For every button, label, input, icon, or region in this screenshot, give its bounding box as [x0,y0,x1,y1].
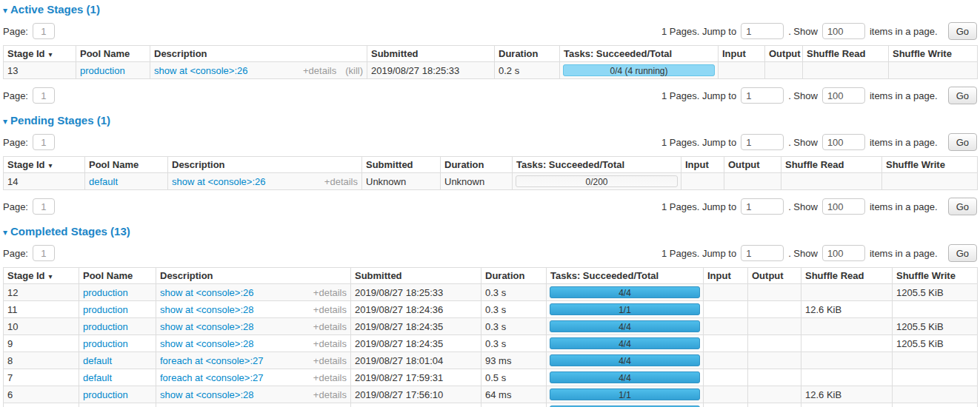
col-header-shuffle-write[interactable]: Shuffle Write [882,157,978,173]
submitted-cell: 2019/08/27 17:56:10 [351,386,481,403]
pool-name-link[interactable]: default [83,372,112,383]
description-link[interactable]: foreach at <console>:27 [160,372,304,383]
pool-name-link[interactable]: production [83,321,128,332]
active-stages-section: ▾Active Stages (1) Page: 1 Pages. Jump t… [3,3,977,104]
details-toggle[interactable]: +details [313,321,347,332]
page-number-input[interactable] [33,198,55,215]
col-header-shuffle-write[interactable]: Shuffle Write [889,46,978,62]
shuffle-write-cell [882,173,978,190]
details-toggle[interactable]: +details [313,338,347,349]
col-header-duration[interactable]: Duration [481,268,547,284]
col-header-output[interactable]: Output [765,46,803,62]
col-header-submitted[interactable]: Submitted [367,46,495,62]
col-header-stage-id[interactable]: Stage Id▾ [4,268,79,284]
pool-name-link[interactable]: production [83,304,128,315]
pool-name-cell: default [79,369,156,386]
pages-jump-label: 1 Pages. Jump to [661,201,736,212]
page-label: Page: [3,26,28,37]
jump-to-page-input[interactable] [741,245,784,261]
input-cell [681,173,724,190]
col-header-pool-name[interactable]: Pool Name [85,157,168,173]
items-per-page-input[interactable] [822,245,865,261]
col-header-shuffle-write[interactable]: Shuffle Write [893,268,978,284]
page-number-input[interactable] [33,134,55,150]
kill-link[interactable]: (kill) [345,65,363,76]
col-header-description[interactable]: Description [156,268,351,284]
col-header-input[interactable]: Input [719,46,765,62]
description-link[interactable]: foreach at <console>:27 [160,355,304,366]
task-progress-bar: 0/4 (4 running) [563,64,715,76]
description-link[interactable]: show at <console>:28 [160,338,304,349]
description-link[interactable]: show at <console>:28 [160,304,304,315]
details-toggle[interactable]: +details [313,389,347,400]
col-header-submitted[interactable]: Submitted [351,268,481,284]
description-cell: show at <console>:28+details [156,301,351,318]
col-header-input[interactable]: Input [681,157,724,173]
details-toggle[interactable]: +details [324,176,358,187]
col-header-pool-name[interactable]: Pool Name [79,268,156,284]
jump-to-page-input[interactable] [741,198,784,215]
col-header-output[interactable]: Output [748,268,801,284]
tasks-cell: 1/1 [547,386,704,403]
col-header-description[interactable]: Description [150,46,367,62]
col-header-tasks-succeeded-total[interactable]: Tasks: Succeeded/Total [560,46,719,62]
go-button[interactable]: Go [948,22,977,40]
items-per-page-input[interactable] [822,198,865,215]
items-per-page-input[interactable] [822,87,865,104]
page-number-input[interactable] [33,23,55,39]
description-link[interactable]: show at <console>:26 [160,287,304,298]
pool-name-link[interactable]: production [83,389,128,400]
page-label: Page: [3,201,28,212]
section-heading-completed[interactable]: ▾Completed Stages (13) [3,225,977,238]
items-per-page-input[interactable] [822,23,865,39]
page-number-input[interactable] [33,87,55,104]
col-header-input[interactable]: Input [704,268,748,284]
jump-to-page-input[interactable] [741,87,784,104]
shuffle-read-cell [801,369,893,386]
col-header-shuffle-read[interactable]: Shuffle Read [781,157,882,173]
details-toggle[interactable]: +details [303,65,336,76]
col-header-pool-name[interactable]: Pool Name [76,46,150,62]
section-heading-active[interactable]: ▾Active Stages (1) [3,3,977,16]
col-header-description[interactable]: Description [168,157,362,173]
duration-cell: 0.3 s [481,284,547,301]
col-header-duration[interactable]: Duration [441,157,513,173]
jump-to-page-input[interactable] [741,23,784,39]
page-number-input[interactable] [33,245,55,261]
details-toggle[interactable]: +details [313,355,347,366]
details-toggle[interactable]: +details [313,304,347,315]
col-header-tasks-succeeded-total[interactable]: Tasks: Succeeded/Total [513,157,681,173]
stage-id-cell: 8 [4,352,79,369]
input-cell [704,386,748,403]
show-label: . Show [788,137,818,148]
items-per-page-label: items in a page. [870,26,938,37]
pool-name-link[interactable]: production [83,338,128,349]
col-header-shuffle-read[interactable]: Shuffle Read [803,46,889,62]
active-stages-table: Stage Id▾Pool NameDescriptionSubmittedDu… [3,45,978,79]
items-per-page-input[interactable] [822,134,865,150]
description-link[interactable]: show at <console>:28 [160,389,304,400]
go-button[interactable]: Go [948,198,977,215]
col-header-submitted[interactable]: Submitted [362,157,441,173]
col-header-duration[interactable]: Duration [495,46,560,62]
col-header-stage-id[interactable]: Stage Id▾ [4,157,85,173]
col-header-output[interactable]: Output [724,157,781,173]
col-header-shuffle-read[interactable]: Shuffle Read [801,268,893,284]
section-heading-pending[interactable]: ▾Pending Stages (1) [3,114,977,127]
details-toggle[interactable]: +details [313,287,347,298]
col-header-tasks-succeeded-total[interactable]: Tasks: Succeeded/Total [547,268,704,284]
description-link[interactable]: show at <console>:26 [172,176,316,187]
pool-name-link[interactable]: default [89,176,118,187]
description-link[interactable]: show at <console>:28 [160,321,304,332]
col-header-stage-id[interactable]: Stage Id▾ [4,46,76,62]
pool-name-link[interactable]: default [83,355,112,366]
description-link[interactable]: show at <console>:26 [154,65,294,76]
go-button[interactable]: Go [948,87,977,104]
jump-to-page-input[interactable] [741,134,784,150]
details-toggle[interactable]: +details [313,372,347,383]
go-button[interactable]: Go [948,133,977,151]
stage-row: 10productionshow at <console>:28+details… [4,318,978,335]
pool-name-link[interactable]: production [80,65,125,76]
go-button[interactable]: Go [948,244,977,262]
pool-name-link[interactable]: production [83,287,128,298]
